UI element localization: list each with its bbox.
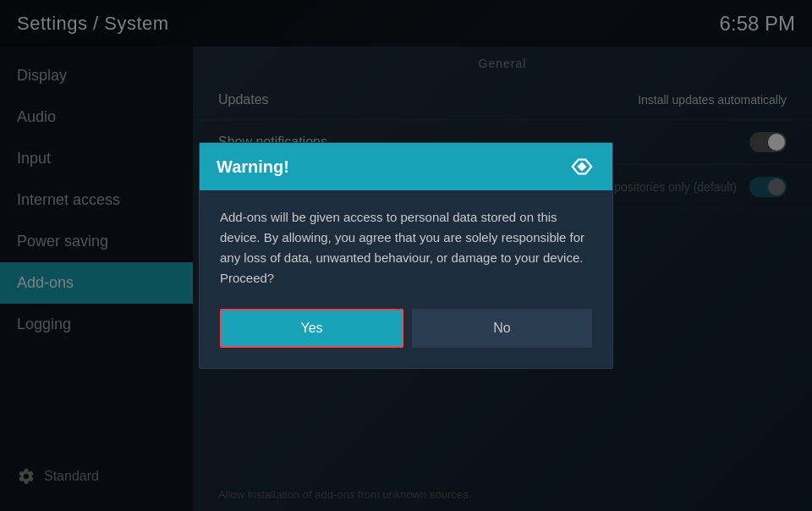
- dialog-header: Warning!: [200, 143, 612, 190]
- kodi-icon: [568, 153, 595, 180]
- dialog-title: Warning!: [217, 157, 289, 177]
- dialog-body: Add-ons will be given access to personal…: [200, 190, 612, 368]
- svg-marker-1: [577, 162, 586, 171]
- dialog-buttons: Yes No: [220, 309, 592, 348]
- kodi-logo-svg: [570, 155, 594, 179]
- warning-dialog: Warning! Add-ons will be given access to…: [199, 142, 613, 369]
- dialog-text: Add-ons will be given access to personal…: [220, 207, 592, 288]
- no-button[interactable]: No: [412, 309, 592, 348]
- yes-button[interactable]: Yes: [220, 309, 403, 348]
